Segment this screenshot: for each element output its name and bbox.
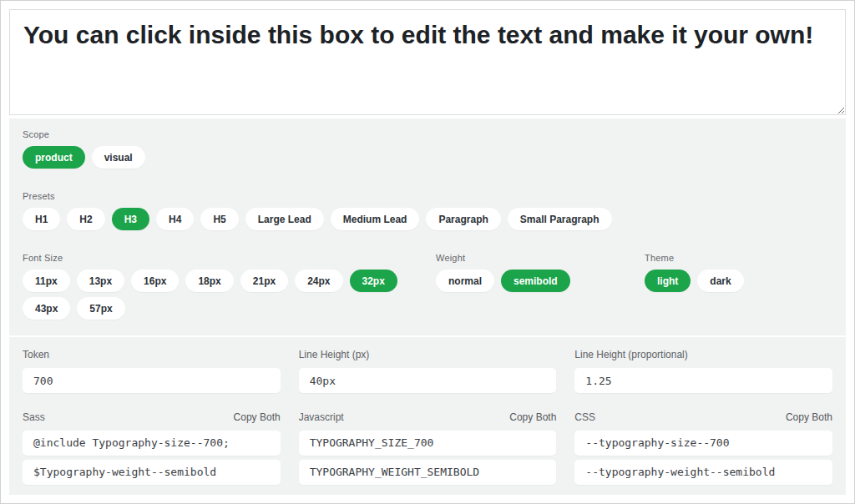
pill-dark[interactable]: dark [697,270,743,292]
css-outputs: --typography-size--700--typography-weigh… [574,431,832,485]
css-label: CSS [574,411,595,423]
line-height-px-label: Line Height (px) [299,349,370,360]
pill-13px[interactable]: 13px [77,270,124,292]
token-label: Token [23,349,49,360]
javascript-output-line[interactable]: TYPOGRAPHY_SIZE_700 [299,431,557,456]
sass-copy-both-button[interactable]: Copy Both [234,411,281,423]
presets-group: Presets H1H2H3H4H5Large LeadMedium LeadP… [23,191,832,235]
pill-light[interactable]: light [645,270,691,292]
sass-output-line[interactable]: $Typography-weight--semibold [23,460,281,485]
token-input[interactable] [23,368,281,393]
scope-group: Scope productvisual [23,129,832,174]
pill-semibold[interactable]: semibold [501,270,570,292]
css-column: CSS Copy Both --typography-size--700--ty… [574,411,832,489]
pill-h5[interactable]: H5 [200,208,238,230]
font-size-options: 11px13px16px18px21px24px32px43px57px [23,270,436,325]
css-copy-both-button[interactable]: Copy Both [786,411,832,423]
pill-h2[interactable]: H2 [67,208,104,230]
scope-options: productvisual [23,146,832,174]
pill-h3[interactable]: H3 [112,208,149,230]
pill-21px[interactable]: 21px [240,270,288,292]
javascript-label: Javascript [299,411,344,423]
line-height-px-input[interactable] [299,368,557,393]
line-height-proportional-column: Line Height (proportional) [574,349,832,393]
typography-tool-page: You can click inside this box to edit th… [1,1,854,503]
weight-group: Weight normalsemibold [436,253,645,297]
controls-panel: Scope productvisual Presets H1H2H3H4H5La… [9,118,846,335]
presets-label: Presets [23,191,832,201]
javascript-output-line[interactable]: TYPOGRAPHY_WEIGHT_SEMIBOLD [299,460,557,485]
preview-textarea[interactable]: You can click inside this box to edit th… [9,9,846,115]
pill-11px[interactable]: 11px [23,270,70,292]
sass-column: Sass Copy Both @include Typography-size-… [23,411,281,489]
pill-medium-lead[interactable]: Medium Lead [331,208,420,230]
javascript-copy-both-button[interactable]: Copy Both [509,411,556,423]
token-column: Token [23,349,281,393]
pill-small-paragraph[interactable]: Small Paragraph [508,208,612,230]
outputs-panel: Token Line Height (px) Line Height (prop… [9,337,846,495]
pill-normal[interactable]: normal [436,270,494,292]
weight-options: normalsemibold [436,270,645,297]
css-output-line[interactable]: --typography-size--700 [574,431,832,456]
font-size-group: Font Size 11px13px16px18px21px24px32px43… [23,253,436,325]
pill-43px[interactable]: 43px [23,297,70,320]
pill-24px[interactable]: 24px [295,270,342,292]
line-height-proportional-input[interactable] [574,368,832,393]
pill-57px[interactable]: 57px [77,297,124,320]
javascript-outputs: TYPOGRAPHY_SIZE_700TYPOGRAPHY_WEIGHT_SEM… [299,431,557,485]
pill-product[interactable]: product [23,146,85,169]
font-size-label: Font Size [23,253,436,263]
sass-outputs: @include Typography-size--700;$Typograph… [23,431,281,485]
pill-h4[interactable]: H4 [156,208,194,230]
sass-output-line[interactable]: @include Typography-size--700; [23,431,281,456]
pill-paragraph[interactable]: Paragraph [426,208,500,230]
pill-18px[interactable]: 18px [185,270,233,292]
scope-label: Scope [23,129,832,139]
pill-visual[interactable]: visual [92,146,145,169]
javascript-column: Javascript Copy Both TYPOGRAPHY_SIZE_700… [299,411,557,489]
pill-16px[interactable]: 16px [131,270,179,292]
weight-label: Weight [436,253,645,263]
pill-h1[interactable]: H1 [23,208,60,230]
line-height-proportional-label: Line Height (proportional) [574,349,687,360]
css-output-line[interactable]: --typography-weight--semibold [574,460,832,485]
pill-large-lead[interactable]: Large Lead [245,208,324,230]
theme-label: Theme [645,253,832,263]
presets-options: H1H2H3H4H5Large LeadMedium LeadParagraph… [23,208,832,235]
line-height-px-column: Line Height (px) [299,349,557,393]
theme-options: lightdark [645,270,832,297]
sass-label: Sass [23,411,45,423]
pill-32px[interactable]: 32px [350,270,397,292]
theme-group: Theme lightdark [645,253,832,297]
